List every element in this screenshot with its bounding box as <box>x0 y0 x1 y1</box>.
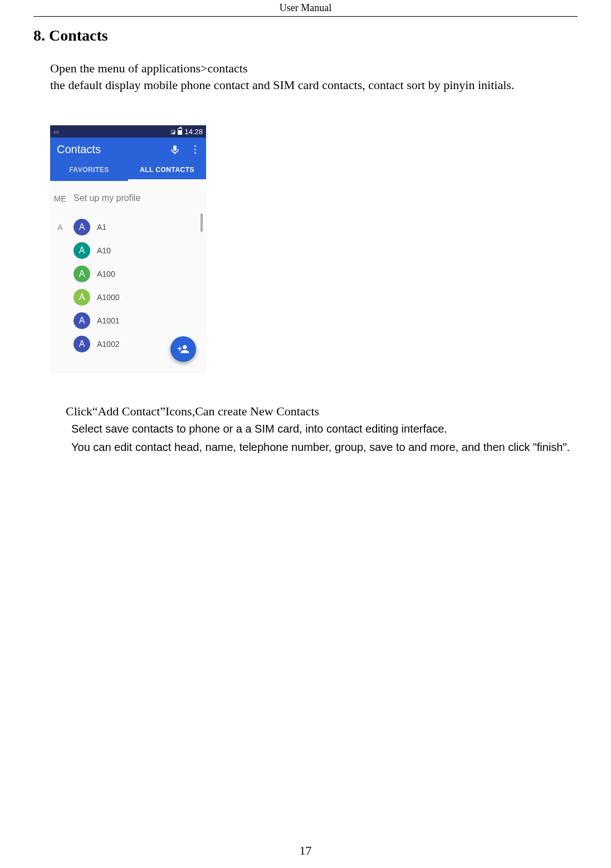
sub-line-1: Select save contacts to phone or a a SIM… <box>71 421 594 437</box>
paragraph-2: the default display mobile phone contact… <box>50 77 589 94</box>
add-person-icon <box>177 343 189 355</box>
contact-name: A1000 <box>97 293 119 302</box>
sim-icon: ▭ <box>53 129 58 135</box>
app-header: Contacts <box>50 138 206 160</box>
contacts-list[interactable]: ME Set up my profile A A A1 A A10 A A100… <box>50 181 206 356</box>
section-heading: 8. Contacts <box>33 27 611 45</box>
contact-row[interactable]: A A1000 <box>50 286 206 309</box>
scroll-indicator <box>201 213 203 232</box>
sub-line-2: You can edit contact head, name, telepho… <box>71 439 594 455</box>
phone-screenshot: ▭ ◪ 14:28 Contacts FAVORITES ALL CONTACT… <box>50 125 206 373</box>
page-number: 17 <box>0 844 611 858</box>
contact-name: A1001 <box>97 316 119 325</box>
contact-row[interactable]: A A10 <box>50 239 206 262</box>
contact-name: A1002 <box>97 340 119 349</box>
contact-row[interactable]: A A100 <box>50 262 206 286</box>
avatar-icon: A <box>74 242 90 259</box>
avatar-icon: A <box>74 289 90 306</box>
section-letter: A <box>53 223 67 232</box>
contact-row[interactable]: A A1001 <box>50 309 206 332</box>
tabs: FAVORITES ALL CONTACTS <box>50 160 206 181</box>
avatar-icon: A <box>74 312 90 329</box>
me-label: ME <box>53 194 67 203</box>
status-bar: ▭ ◪ 14:28 <box>50 125 206 138</box>
status-time: 14:28 <box>184 127 203 136</box>
contact-name: A1 <box>97 223 106 232</box>
paragraph-1: Open the menu of applications>contacts <box>50 60 589 77</box>
avatar-icon: A <box>74 266 90 282</box>
tab-favorites[interactable]: FAVORITES <box>50 160 128 181</box>
more-vert-icon[interactable] <box>190 145 199 154</box>
header-divider <box>33 16 578 17</box>
no-sim-icon: ◪ <box>170 129 175 135</box>
app-title: Contacts <box>57 143 101 156</box>
mic-icon[interactable] <box>170 145 179 154</box>
contact-name: A100 <box>97 269 115 278</box>
add-contact-fab[interactable] <box>170 336 196 362</box>
tab-all-contacts[interactable]: ALL CONTACTS <box>128 160 206 181</box>
avatar-icon: A <box>74 336 90 352</box>
running-header: User Manual <box>0 0 611 16</box>
set-up-profile: Set up my profile <box>74 193 140 203</box>
contact-name: A10 <box>97 246 111 255</box>
click-add-contact-line: Click“Add Contact”Icons,Can create New C… <box>66 404 589 419</box>
avatar-icon: A <box>74 219 90 236</box>
battery-icon <box>178 128 182 135</box>
row-me[interactable]: ME Set up my profile <box>50 181 206 215</box>
contact-row[interactable]: A A A1 <box>50 215 206 239</box>
